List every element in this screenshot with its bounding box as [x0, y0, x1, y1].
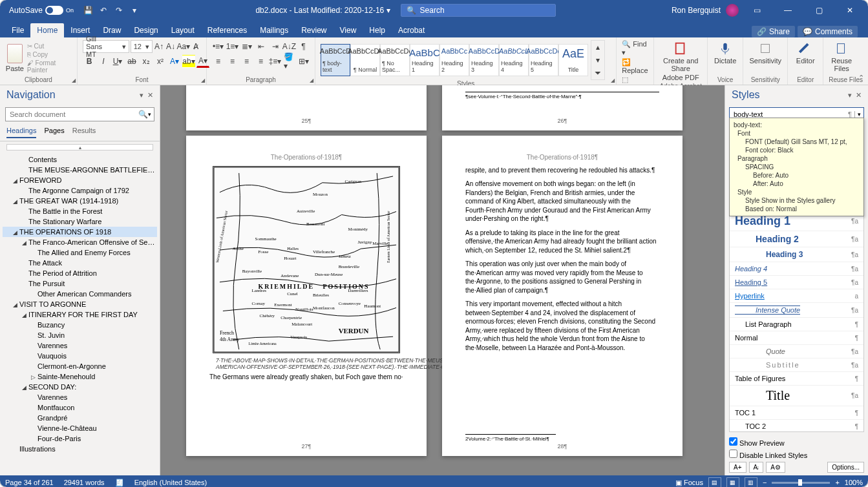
new-style-button[interactable]: A+ [729, 462, 746, 473]
stylespane-options-icon[interactable]: ▾ [848, 91, 852, 99]
tree-item[interactable]: Illustrations [3, 444, 157, 454]
style-list-item[interactable]: TOC 1¶ [730, 406, 863, 420]
bullets-icon[interactable]: •≡▾ [212, 40, 225, 53]
line-spacing-icon[interactable]: ‡≡▾ [269, 55, 282, 68]
status-spellcheck-icon[interactable]: 🧾 [115, 479, 124, 487]
style-chip[interactable]: AaBbCcDc¶ Normal [350, 44, 380, 76]
tree-item[interactable]: Grandpré [3, 413, 157, 423]
highlight-icon[interactable]: ab▾ [182, 55, 195, 68]
style-list-item[interactable]: Heading 4¶a [730, 262, 863, 276]
style-chip[interactable]: AaBbCHeading 1 [410, 44, 439, 76]
save-icon[interactable]: 💾 [83, 5, 93, 16]
font-name-select[interactable]: Gill Sans MT▾ [83, 40, 129, 53]
navpane-options-icon[interactable]: ▾ [140, 91, 143, 99]
comments-button[interactable]: 💬 Comments [798, 26, 858, 37]
styles-gallery[interactable]: AaBbCcD¶ body-textAaBbCcDc¶ NormalAaBbCc… [321, 44, 588, 76]
nav-tab-results[interactable]: Results [72, 127, 96, 138]
justify-icon[interactable]: ≡ [255, 55, 268, 68]
stylespane-close-icon[interactable]: ✕ [856, 91, 862, 99]
share-button[interactable]: 🔗 Share [752, 26, 795, 37]
tree-item[interactable]: Contents [3, 154, 157, 165]
tab-design[interactable]: Design [127, 23, 164, 37]
align-left-icon[interactable]: ≡ [212, 55, 225, 68]
nav-tab-headings[interactable]: Headings [6, 127, 36, 138]
ribbon-mode-icon[interactable]: ▭ [744, 3, 770, 18]
reuse-files-button[interactable]: Reuse Files [829, 40, 854, 74]
align-right-icon[interactable]: ≡ [240, 55, 253, 68]
tree-item[interactable]: Buzancy [3, 320, 157, 330]
manage-styles-button[interactable]: A⚙ [766, 462, 785, 473]
style-list-item[interactable]: TOC 2¶ [730, 420, 863, 432]
clear-format-icon[interactable]: A̷ [191, 40, 201, 53]
italic-icon[interactable]: I [97, 55, 110, 68]
style-chip[interactable]: AaBbCcDHeading 3 [469, 44, 499, 76]
zoom-slider[interactable] [772, 482, 830, 484]
user-avatar[interactable] [726, 4, 739, 17]
minimize-icon[interactable]: — [775, 3, 801, 18]
tree-item[interactable]: ◢FOREWORD [3, 175, 157, 185]
tab-file[interactable]: File [5, 23, 30, 37]
search-icon[interactable]: 🔍 [138, 110, 148, 119]
collapse-ribbon-icon[interactable]: ⌃ [858, 74, 864, 82]
redo-icon[interactable]: ↷ [114, 5, 124, 16]
tree-item[interactable]: ◢The Franco-American Offensive of Septem… [3, 237, 157, 247]
zoom-in-icon[interactable]: + [835, 479, 839, 486]
font-size-select[interactable]: 12▾ [131, 40, 153, 53]
tab-references[interactable]: References [201, 23, 253, 37]
focus-mode-button[interactable]: ▣ Focus [675, 479, 703, 487]
show-marks-icon[interactable]: ¶ [297, 40, 310, 53]
find-button[interactable]: 🔍 Find ▾ [622, 40, 648, 57]
style-chip[interactable]: AaBbCcDcHeading 5 [529, 44, 558, 76]
tab-view[interactable]: View [333, 23, 363, 37]
nav-search-input[interactable] [8, 109, 138, 119]
show-preview-checkbox[interactable]: Show Preview [729, 437, 864, 447]
undo-icon[interactable]: ↶ [98, 5, 109, 16]
style-list-item[interactable]: Intense Quote¶a [730, 303, 863, 318]
tree-item[interactable]: The Attack [3, 258, 157, 268]
dictate-button[interactable]: Dictate [713, 40, 737, 66]
tree-item[interactable]: ◢VISIT TO ARGONNE [3, 299, 157, 309]
shading-icon[interactable]: 🪣▾ [283, 55, 296, 68]
web-layout-icon[interactable]: ▥ [745, 477, 757, 487]
style-chip[interactable]: AaBbCcD¶ body-text [321, 44, 350, 76]
editor-button[interactable]: Editor [793, 40, 818, 66]
status-page[interactable]: Page 34 of 261 [5, 479, 54, 486]
status-language[interactable]: English (United States) [134, 479, 207, 486]
paragraph-dialog-icon[interactable]: ◢ [310, 78, 313, 83]
navpane-close-icon[interactable]: ✕ [147, 91, 153, 99]
tree-item[interactable]: The Allied and Enemy Forces [3, 247, 157, 258]
style-list-item[interactable]: List Paragraph¶ [730, 318, 863, 331]
style-list-item[interactable]: Normal¶ [730, 331, 863, 345]
multilevel-icon[interactable]: ≣▾ [240, 40, 253, 53]
read-mode-icon[interactable]: ▤ [708, 477, 721, 487]
tree-item[interactable]: Other American Commanders [3, 289, 157, 299]
align-center-icon[interactable]: ≡ [226, 55, 239, 68]
tab-home[interactable]: Home [30, 23, 64, 37]
tab-help[interactable]: Help [363, 23, 392, 37]
tree-item[interactable]: The Pursuit [3, 278, 157, 289]
style-chip[interactable]: AaETitle [558, 44, 588, 76]
style-list-item[interactable]: Quote¶a [730, 345, 863, 358]
tree-item[interactable]: Varennes [3, 392, 157, 402]
outdent-icon[interactable]: ⇤ [255, 40, 268, 53]
tab-mailings[interactable]: Mailings [253, 23, 295, 37]
document-area[interactable]: 25¶ The·Operations·of·1918¶ C [160, 85, 725, 475]
strike-icon[interactable]: ab [125, 55, 138, 68]
tab-acrobat[interactable]: Acrobat [392, 23, 431, 37]
underline-icon[interactable]: U▾ [111, 55, 124, 68]
copy-button[interactable]: ⎘ Copy [27, 51, 72, 58]
zoom-value[interactable]: 100% [845, 479, 863, 486]
maximize-icon[interactable]: ▢ [806, 3, 832, 18]
tree-item[interactable]: ◢ITINERARY FOR THE FIRST DAY [3, 309, 157, 320]
tab-review[interactable]: Review [295, 23, 333, 37]
tree-item[interactable]: The Battle in the Forest [3, 206, 157, 216]
tree-item[interactable]: The Stationary Warfare [3, 216, 157, 227]
superscript-icon[interactable]: x² [154, 55, 167, 68]
tree-item[interactable]: ▷Sainte-Menehould [3, 371, 157, 382]
tree-item[interactable]: Clermont-en-Argonne [3, 361, 157, 371]
style-list-item[interactable]: Heading 2¶a [730, 231, 863, 247]
sort-icon[interactable]: A↓Z [283, 40, 296, 53]
numbering-icon[interactable]: 1≡▾ [226, 40, 239, 53]
tab-layout[interactable]: Layout [165, 23, 201, 37]
sensitivity-button[interactable]: Sensitivity [748, 40, 782, 66]
